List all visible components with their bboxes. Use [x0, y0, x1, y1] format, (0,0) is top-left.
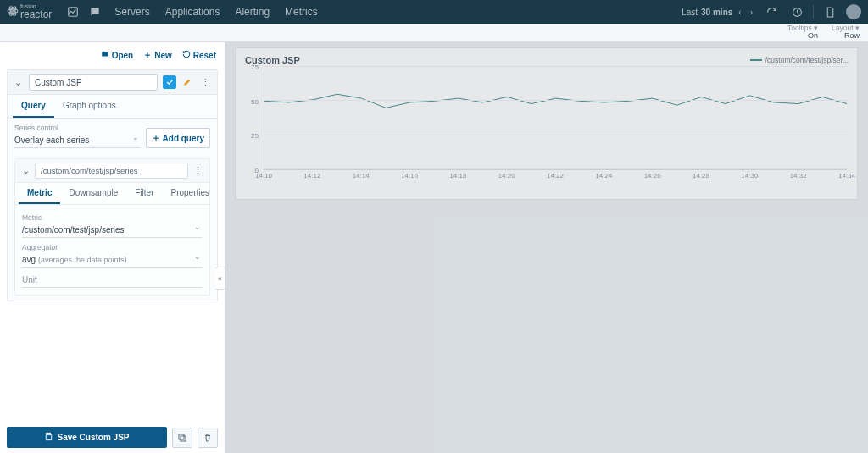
logo-icon	[7, 5, 19, 19]
top-nav: fusionreactor Servers Applications Alert…	[0, 0, 868, 24]
time-range-value: 30 mins	[701, 8, 732, 17]
tooltips-value: On	[808, 32, 818, 41]
dashboard-card: ⌄ ⋮ Query Graph options Series control O…	[7, 69, 218, 301]
layout-value: Row	[844, 32, 860, 41]
avatar[interactable]	[846, 4, 861, 19]
nav-link-alerting[interactable]: Alerting	[235, 6, 270, 18]
tab-filter[interactable]: Filter	[126, 183, 162, 204]
config-panel: Open ＋New Reset ⌄ ⋮ Query Graph options …	[0, 42, 225, 453]
query-block: ⌄ /custom/com/test/jsp/series ⋮ Metric D…	[14, 158, 210, 296]
config-tabs: Query Graph options	[8, 95, 217, 119]
series-control-select[interactable]: Overlay each series	[14, 133, 141, 148]
separator	[813, 5, 814, 19]
main: Open ＋New Reset ⌄ ⋮ Query Graph options …	[0, 42, 868, 453]
clock-icon[interactable]	[787, 3, 806, 21]
nav-right: Last 30 mins ‹ ›	[682, 3, 861, 21]
svg-rect-7	[181, 436, 186, 441]
query-path-input[interactable]: /custom/com/test/jsp/series	[35, 163, 188, 179]
chevron-down-icon[interactable]: ⌄	[13, 77, 24, 88]
metric-select[interactable]: /custom/com/test/jsp/series	[22, 223, 203, 238]
panel-footer: Save Custom JSP	[0, 422, 225, 453]
time-range-picker[interactable]: Last 30 mins ‹ ›	[682, 8, 755, 17]
x-axis: 14:1014:1214:1414:1614:1814:2014:2214:24…	[264, 172, 847, 185]
chevron-down-icon[interactable]: ⌄	[20, 165, 31, 176]
metric-label: Metric	[22, 213, 203, 222]
query-body: Metric /custom/com/test/jsp/series ⌄ Agg…	[15, 205, 209, 295]
document-icon[interactable]	[821, 3, 839, 21]
legend-label: /custom/com/test/jsp/ser...	[765, 56, 849, 64]
nav-link-servers[interactable]: Servers	[114, 6, 149, 18]
chart-plot[interactable]: 0255075 14:1014:1214:1414:1614:1814:2014…	[245, 67, 849, 185]
refresh-icon[interactable]	[762, 3, 781, 21]
aggregator-select[interactable]: avg (averages the data points)	[22, 252, 203, 268]
dashboard-icon[interactable]	[64, 3, 82, 21]
aggregator-label: Aggregator	[22, 243, 203, 251]
series-control-section: Series control Overlay each series ⌄ ＋Ad…	[8, 119, 217, 153]
dashboard-title-input[interactable]	[29, 74, 158, 91]
svg-rect-8	[179, 434, 184, 439]
chart-area: Custom JSP /custom/com/test/jsp/ser... 0…	[225, 42, 868, 453]
y-axis: 0255075	[245, 67, 262, 170]
save-button[interactable]: Save Custom JSP	[7, 427, 167, 448]
svg-point-0	[12, 10, 14, 12]
visible-checkbox[interactable]	[163, 75, 176, 89]
query-header: ⌄ /custom/com/test/jsp/series ⋮	[15, 159, 209, 183]
toolstrip: Tooltips ▾ On Layout ▾ Row	[0, 24, 868, 42]
series-control-label: Series control	[14, 124, 141, 132]
dashboard-header: ⌄ ⋮	[8, 70, 217, 95]
query-tabs: Metric Downsample Filter Properties	[15, 183, 209, 205]
plus-icon: ＋	[143, 49, 152, 61]
folder-icon	[101, 50, 109, 60]
chevron-right-icon[interactable]: ›	[748, 8, 755, 17]
reset-icon	[182, 50, 191, 60]
plot-area	[264, 67, 847, 170]
legend-swatch	[750, 59, 762, 61]
collapse-panel-button[interactable]: «	[215, 268, 225, 290]
chart-legend[interactable]: /custom/com/test/jsp/ser...	[750, 56, 849, 64]
open-label: Open	[112, 51, 134, 60]
panel-actions: Open ＋New Reset	[0, 42, 225, 66]
chevron-left-icon[interactable]: ‹	[736, 8, 743, 17]
unit-input[interactable]: Unit	[22, 273, 203, 288]
plus-icon: ＋	[152, 132, 160, 144]
nav-icon-group	[64, 3, 104, 21]
tab-downsample[interactable]: Downsample	[60, 183, 126, 204]
new-label: New	[154, 51, 172, 60]
nav-links: Servers Applications Alerting Metrics	[114, 6, 317, 18]
logo-text: fusionreactor	[20, 4, 52, 19]
copy-button[interactable]	[172, 428, 192, 448]
add-query-label: Add query	[163, 134, 204, 143]
chart-header: Custom JSP /custom/com/test/jsp/ser...	[245, 55, 849, 65]
tab-query[interactable]: Query	[13, 95, 54, 118]
more-icon[interactable]: ⋮	[192, 163, 204, 178]
layout-toggle[interactable]: Layout ▾ Row	[832, 25, 860, 41]
open-button[interactable]: Open	[101, 49, 134, 61]
add-query-button[interactable]: ＋Add query	[146, 128, 210, 148]
delete-button[interactable]	[198, 428, 218, 448]
chart-card: Custom JSP /custom/com/test/jsp/ser... 0…	[236, 47, 858, 200]
nav-link-applications[interactable]: Applications	[165, 6, 220, 18]
time-range-prefix: Last	[682, 8, 698, 17]
new-button[interactable]: ＋New	[143, 49, 172, 61]
more-icon[interactable]: ⋮	[199, 75, 212, 90]
tab-properties[interactable]: Properties	[163, 183, 219, 204]
save-label: Save Custom JSP	[57, 433, 129, 442]
nav-link-metrics[interactable]: Metrics	[285, 6, 318, 18]
tab-metric[interactable]: Metric	[19, 183, 60, 204]
comment-icon[interactable]	[86, 3, 104, 21]
svg-rect-6	[47, 433, 51, 434]
reset-button[interactable]: Reset	[182, 49, 216, 61]
reset-label: Reset	[193, 51, 216, 60]
tab-graph-options[interactable]: Graph options	[54, 95, 125, 118]
tooltips-toggle[interactable]: Tooltips ▾ On	[787, 25, 818, 41]
save-icon	[44, 432, 53, 443]
pencil-icon[interactable]	[181, 75, 194, 90]
logo[interactable]: fusionreactor	[7, 4, 52, 19]
chart-line	[264, 67, 847, 169]
